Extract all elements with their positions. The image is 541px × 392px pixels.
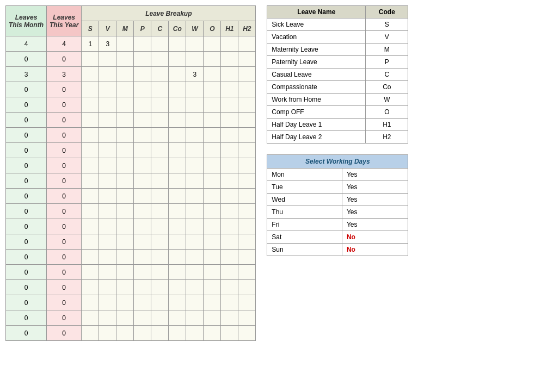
cell-month-5: 0 [6,113,47,128]
breakup-cell-1-4 [151,52,169,67]
breakup-cell-18-6 [186,310,204,326]
breakup-cell-4-9 [238,97,256,113]
breakup-cell-16-1 [99,280,116,295]
leave-code-1: V [366,31,408,43]
breakup-cell-19-2 [116,326,134,341]
cell-year-1: 0 [46,52,81,67]
working-day-row: SatNo [267,231,408,244]
cell-year-7: 0 [46,143,81,158]
leave-code-9: H2 [366,131,408,144]
table-row: 00 [6,173,256,189]
breakup-cell-16-8 [221,280,238,295]
leave-name-4: Casual Leave [267,69,366,81]
working-day-row: FriYes [267,219,408,231]
breakup-cell-10-9 [238,189,256,204]
table-row: 00 [6,143,256,158]
breakup-col-h2: H2 [238,21,256,36]
cell-month-2: 3 [6,67,47,82]
cell-month-10: 0 [6,189,47,204]
day-value-1: Yes [342,181,408,194]
day-value-0: Yes [342,169,408,181]
breakup-cell-6-5 [169,128,186,143]
breakup-col-p: P [134,21,151,36]
breakup-cell-3-5 [169,82,186,97]
table-row: 00 [6,52,256,67]
breakup-cell-9-1 [99,173,116,189]
working-day-row: SunNo [267,244,408,256]
leave-name-6: Work from Home [267,94,366,106]
cell-month-19: 0 [6,326,47,341]
right-section: Leave NameCodeSick LeaveSVacationVMatern… [267,5,408,256]
breakup-cell-4-2 [116,97,134,113]
breakup-cell-11-8 [221,204,238,219]
breakup-cell-18-4 [151,310,169,326]
breakup-cell-13-6 [186,234,204,250]
breakup-cell-11-3 [134,204,151,219]
breakup-cell-0-3 [134,36,151,52]
leave-code-col-header: Code [366,6,408,18]
breakup-cell-5-2 [116,113,134,128]
table-row: 00 [6,97,256,113]
breakup-cell-7-7 [204,143,221,158]
breakup-cell-11-9 [238,204,256,219]
breakup-cell-10-4 [151,189,169,204]
breakup-cell-6-4 [151,128,169,143]
breakup-cell-3-6 [186,82,204,97]
breakup-cell-17-9 [238,295,256,310]
breakup-cell-3-2 [116,82,134,97]
cell-year-11: 0 [46,204,81,219]
breakup-cell-4-7 [204,97,221,113]
breakup-cell-2-7 [204,67,221,82]
breakup-cell-8-1 [99,158,116,173]
breakup-cell-1-3 [134,52,151,67]
cell-month-1: 0 [6,52,47,67]
breakup-cell-13-4 [151,234,169,250]
cell-year-5: 0 [46,113,81,128]
breakup-cell-19-5 [169,326,186,341]
breakup-cell-13-8 [221,234,238,250]
cell-month-4: 0 [6,97,47,113]
cell-month-6: 0 [6,128,47,143]
breakup-cell-2-1 [99,67,116,82]
breakup-cell-5-8 [221,113,238,128]
breakup-col-w: W [186,21,204,36]
left-section: LeavesThis MonthLeavesThis YearLeave Bre… [5,5,256,341]
breakup-cell-11-4 [151,204,169,219]
breakup-cell-8-3 [134,158,151,173]
breakup-cell-1-1 [99,52,116,67]
breakup-cell-11-7 [204,204,221,219]
table-row: 00 [6,295,256,310]
breakup-col-o: O [204,21,221,36]
breakup-cell-2-4 [151,67,169,82]
breakup-cell-7-5 [169,143,186,158]
breakup-col-co: Co [169,21,186,36]
breakup-cell-12-0 [82,219,99,234]
breakup-cell-0-8 [221,36,238,52]
cell-year-4: 0 [46,97,81,113]
breakup-cell-3-8 [221,82,238,97]
breakup-col-m: M [116,21,134,36]
breakup-cell-12-6 [186,219,204,234]
breakup-cell-3-3 [134,82,151,97]
breakup-cell-19-9 [238,326,256,341]
breakup-cell-10-8 [221,189,238,204]
leave-name-col-header: Leave Name [267,6,366,18]
breakup-cell-9-3 [134,173,151,189]
day-name-3: Thu [267,206,342,219]
cell-month-15: 0 [6,265,47,280]
breakup-cell-16-5 [169,280,186,295]
breakup-cell-1-6 [186,52,204,67]
table-row: 00 [6,265,256,280]
breakup-cell-15-0 [82,265,99,280]
breakup-cell-17-4 [151,295,169,310]
breakup-cell-19-0 [82,326,99,341]
leave-name-7: Comp OFF [267,106,366,119]
breakup-cell-1-8 [221,52,238,67]
breakup-cell-6-8 [221,128,238,143]
leave-name-row: VacationV [267,31,408,43]
breakup-cell-18-3 [134,310,151,326]
cell-month-9: 0 [6,173,47,189]
breakup-cell-6-9 [238,128,256,143]
breakup-cell-4-1 [99,97,116,113]
breakup-cell-11-6 [186,204,204,219]
